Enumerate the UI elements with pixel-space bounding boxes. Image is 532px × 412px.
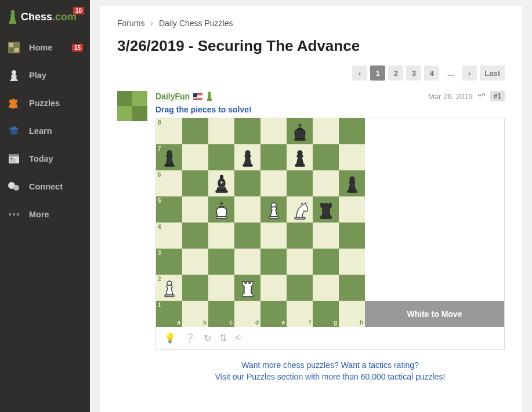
square-a1[interactable]: 1a — [156, 301, 182, 327]
square-h1[interactable]: h — [339, 301, 365, 327]
square-c8[interactable] — [208, 118, 234, 144]
help-icon[interactable]: ❔ — [184, 333, 196, 344]
nav-play[interactable]: Play — [0, 61, 90, 89]
square-a7[interactable]: 7 — [156, 144, 182, 170]
breadcrumb-daily-puzzles[interactable]: Daily Chess Puzzles — [159, 19, 233, 28]
author-link[interactable]: DailyFun — [155, 92, 190, 101]
nav-learn[interactable]: Learn — [0, 117, 90, 145]
square-a6[interactable]: 6 — [156, 170, 182, 196]
square-d3[interactable] — [234, 249, 260, 275]
square-f3[interactable] — [287, 249, 313, 275]
piece-wp[interactable] — [262, 198, 285, 221]
square-d4[interactable] — [234, 223, 260, 249]
square-b2[interactable] — [182, 275, 208, 301]
square-g7[interactable] — [313, 144, 339, 170]
avatar[interactable] — [117, 91, 147, 121]
square-f6[interactable] — [287, 170, 313, 196]
square-e8[interactable] — [260, 118, 287, 144]
square-e2[interactable] — [260, 275, 287, 301]
square-g4[interactable] — [313, 223, 339, 249]
square-g1[interactable]: g — [313, 301, 339, 327]
logo-notification-badge[interactable]: 10 — [73, 7, 84, 14]
quote-icon[interactable]: ❝❞ — [477, 92, 486, 101]
piece-bp[interactable] — [236, 146, 259, 169]
square-g3[interactable] — [313, 249, 339, 275]
square-f1[interactable]: f — [287, 301, 313, 327]
piece-bp[interactable] — [288, 146, 312, 169]
square-g5[interactable] — [313, 196, 339, 223]
piece-wk[interactable] — [210, 198, 233, 221]
nav-home[interactable]: Home15 — [0, 34, 90, 61]
page-3[interactable]: 3 — [406, 65, 421, 81]
square-b4[interactable] — [182, 223, 208, 249]
square-f8[interactable] — [287, 118, 313, 144]
square-h4[interactable] — [339, 223, 365, 249]
square-d2[interactable] — [234, 275, 260, 301]
piece-bp[interactable] — [341, 172, 364, 195]
square-d8[interactable] — [234, 118, 260, 144]
more-puzzles-link[interactable]: Want more chess puzzles? Want a tactics … — [155, 360, 505, 370]
square-e6[interactable] — [260, 170, 287, 196]
square-g6[interactable] — [313, 170, 339, 196]
page-last[interactable]: Last — [480, 65, 505, 81]
square-e7[interactable] — [260, 144, 287, 170]
square-h3[interactable] — [339, 249, 365, 275]
square-e5[interactable] — [260, 196, 287, 223]
chess-board[interactable]: 87654321abcdefgh — [156, 118, 365, 327]
square-h2[interactable] — [339, 275, 365, 301]
square-h8[interactable] — [339, 118, 365, 144]
square-b8[interactable] — [182, 118, 208, 144]
page-4[interactable]: 4 — [424, 65, 439, 81]
square-b3[interactable] — [182, 249, 208, 275]
square-h5[interactable] — [339, 196, 365, 223]
square-a4[interactable]: 4 — [156, 223, 182, 249]
square-c4[interactable] — [208, 223, 234, 249]
nav-today[interactable]: Today — [0, 145, 90, 173]
square-c1[interactable]: c — [208, 301, 234, 327]
piece-br[interactable] — [314, 198, 338, 221]
square-f2[interactable] — [287, 275, 313, 301]
post-number[interactable]: #1 — [490, 91, 505, 101]
square-c3[interactable] — [208, 249, 234, 275]
nav-connect[interactable]: Connect — [0, 173, 90, 200]
square-e1[interactable]: e — [260, 301, 287, 327]
page-1[interactable]: 1 — [370, 65, 385, 81]
square-c2[interactable] — [208, 275, 234, 301]
share-icon[interactable]: <· — [235, 333, 243, 344]
piece-bk[interactable] — [288, 120, 312, 143]
square-d5[interactable] — [234, 196, 260, 223]
piece-bb[interactable] — [210, 172, 233, 195]
square-d6[interactable] — [234, 170, 260, 196]
square-b5[interactable] — [182, 196, 208, 223]
square-f4[interactable] — [287, 223, 313, 249]
page-next[interactable]: › — [462, 65, 477, 81]
square-h6[interactable] — [339, 170, 365, 196]
page-2[interactable]: 2 — [388, 65, 403, 81]
square-b1[interactable]: b — [182, 301, 208, 327]
hint-icon[interactable]: 💡 — [164, 333, 176, 344]
square-a3[interactable]: 3 — [156, 249, 182, 275]
square-e3[interactable] — [260, 249, 287, 275]
square-d1[interactable]: d — [234, 301, 260, 327]
piece-wr[interactable] — [236, 276, 259, 300]
square-d7[interactable] — [234, 144, 260, 170]
page-prev[interactable]: ‹ — [352, 65, 367, 81]
nav-puzzle[interactable]: Puzzles — [0, 89, 90, 117]
flip-icon[interactable]: ⇅ — [219, 333, 227, 344]
nav-more[interactable]: More — [0, 200, 90, 228]
square-g8[interactable] — [313, 118, 339, 144]
logo[interactable]: Chess.com 10 — [0, 6, 90, 34]
reset-icon[interactable]: ↻ — [204, 333, 211, 344]
piece-wn[interactable] — [288, 198, 312, 221]
square-c5[interactable] — [208, 196, 234, 223]
square-c7[interactable] — [208, 144, 234, 170]
square-h7[interactable] — [339, 144, 365, 170]
square-b6[interactable] — [182, 170, 208, 196]
square-b7[interactable] — [182, 144, 208, 170]
puzzles-section-link[interactable]: Visit our Puzzles section with more than… — [155, 372, 505, 381]
square-f5[interactable] — [287, 196, 313, 223]
square-e4[interactable] — [260, 223, 287, 249]
square-g2[interactable] — [313, 275, 339, 301]
breadcrumb-forums[interactable]: Forums — [117, 19, 144, 28]
square-a8[interactable]: 8 — [156, 118, 182, 144]
